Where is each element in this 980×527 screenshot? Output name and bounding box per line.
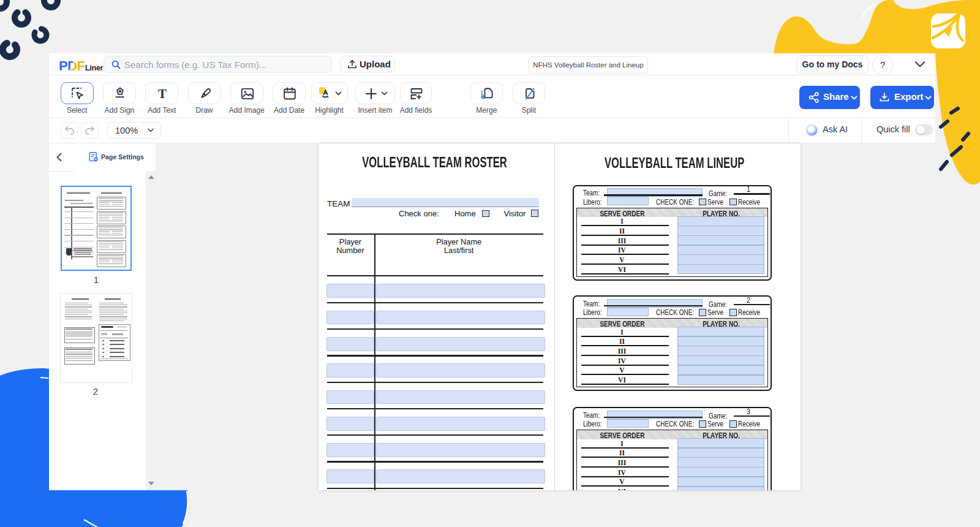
svg-text:T: T bbox=[158, 86, 167, 101]
